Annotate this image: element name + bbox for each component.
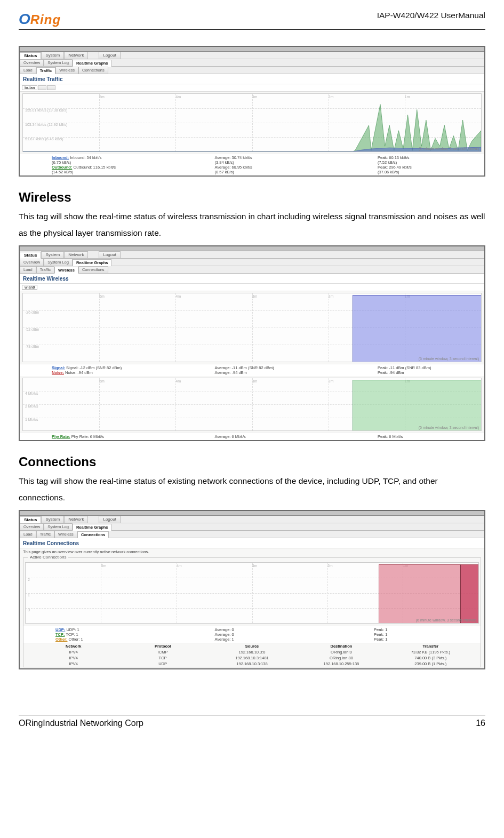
subsub-load-3[interactable]: Load	[20, 531, 36, 538]
tabs-subsub-3: Load Traffic Wireless Connections	[20, 531, 484, 538]
tabs-main: Status System Network Logout	[20, 52, 484, 59]
iface-other1[interactable]	[38, 85, 46, 90]
screenshot-traffic: Status System Network Logout Overview Sy…	[19, 46, 485, 177]
traffic-stats-center: Average: 30.74 kbit/s (3.84 kB/s) Averag…	[215, 155, 290, 174]
page-footer: ORingIndustrial Networking Corp 16	[19, 715, 485, 728]
outbound-label: Outbound:	[52, 165, 72, 170]
subsub-wireless-3[interactable]: Wireless	[54, 531, 77, 538]
subtab-realtime-2[interactable]: Realtime Graphs	[73, 259, 112, 266]
tab-status-3[interactable]: Status	[20, 516, 41, 523]
logo: O Ring	[19, 11, 61, 28]
subsub-connections-3[interactable]: Connections	[77, 531, 109, 538]
conn-table-head: Network Protocol Source Destination Tran…	[23, 643, 481, 649]
tab-logout[interactable]: Logout	[99, 52, 120, 59]
noise-label: Noise:	[52, 370, 64, 375]
tabs-main-3: Status System Network Logout	[20, 516, 484, 523]
browser-chrome	[20, 511, 484, 516]
conn-counts: UDP: UDP: 1 TCP: TCP: 1 Other: Other: 1 …	[23, 626, 481, 643]
screenshot-connections: Status System Network Logout Overview Sy…	[19, 510, 485, 669]
section-wireless-text: This tag will show the real-time status …	[19, 208, 485, 241]
logo-text: Ring	[30, 12, 61, 27]
subsub-load[interactable]: Load	[20, 67, 36, 74]
tab-system-3[interactable]: System	[41, 516, 64, 523]
inbound-label: Inbound:	[52, 155, 69, 160]
panel-header-traffic: Realtime Traffic	[20, 74, 484, 84]
subtab-overview-3[interactable]: Overview	[20, 523, 44, 530]
logo-o: O	[19, 11, 30, 28]
chart-wireless-signal: 5m 4m 3m 2m 1m -26 dBm -52 dBm -78 dBm (…	[22, 293, 482, 362]
subtab-overview-2[interactable]: Overview	[20, 259, 44, 266]
chart-traffic: 5m 4m 3m 2m 1m 155.01 kbit/s (19.38 kB/s…	[22, 93, 482, 152]
tab-system-2[interactable]: System	[41, 251, 64, 258]
chart-note: (6 minute window, 3 second interval)	[419, 147, 479, 150]
chart-note-conn: (6 minute window, 3 second interval)	[416, 618, 476, 622]
footer-page: 16	[476, 719, 485, 728]
tab-network[interactable]: Network	[64, 52, 88, 59]
subtab-realtime-3[interactable]: Realtime Graphs	[73, 524, 112, 531]
conn-row-2: IPV4 UDP 192.168.10.3:138 192.168.10.255…	[23, 661, 481, 667]
section-connections-title: Connections	[19, 454, 485, 469]
tabs-subsub: Load Traffic Wireless Connections	[20, 67, 484, 74]
tabs-sub-3: Overview System Log Realtime Graphs	[20, 523, 484, 531]
traffic-stats-right: Peak: 60.13 kbit/s (7.52 kB/s) Peak: 296…	[378, 155, 452, 174]
tab-network-2[interactable]: Network	[64, 251, 88, 258]
browser-chrome	[20, 246, 484, 251]
subtab-systemlog-3[interactable]: System Log	[44, 523, 73, 530]
subsub-connections[interactable]: Connections	[78, 67, 108, 74]
tabs-sub: Overview System Log Realtime Graphs	[20, 59, 484, 67]
chart-wireless-phy: 5m 4m 3m 2m 1m 4 Mbit/s 2 Mbit/s 1 Mbit/…	[22, 378, 482, 431]
chart-connections: 5m 4m 3m 2m 1m 2 1 0 (6 minute window, 3…	[25, 562, 479, 624]
tab-status-2[interactable]: Status	[20, 252, 41, 259]
subtab-systemlog[interactable]: System Log	[44, 59, 73, 66]
chart-note-phy: (6 minute window, 3 second interval)	[419, 426, 479, 429]
traffic-stats: Inbound: Inbound: 54 kbit/s (6.75 kB/s) …	[20, 154, 484, 175]
subsub-load-2[interactable]: Load	[20, 266, 36, 273]
conn-page-note: This page gives an overview over current…	[20, 548, 484, 555]
subsub-traffic-3[interactable]: Traffic	[36, 531, 54, 538]
subsub-wireless[interactable]: Wireless	[55, 67, 78, 74]
tabs-subsub-2: Load Traffic Wireless Connections	[20, 266, 484, 274]
subsub-traffic-2[interactable]: Traffic	[36, 266, 54, 273]
conn-spike	[460, 564, 478, 623]
chart-note-sig: (6 minute window, 3 second interval)	[419, 357, 479, 361]
conn-row-0: IPV4 ICMP 192.168.10.3:0 ORing.lan:0 73.…	[23, 649, 481, 655]
doc-title: IAP-W420/W422 UserManual	[377, 11, 485, 20]
wireless-phy-stats: Phy Rate: Phy Rate: 6 Mbit/s Average: 6 …	[20, 433, 484, 440]
phy-block	[353, 380, 481, 430]
iface-brlan[interactable]: br-lan	[22, 85, 37, 90]
iface-wlan0[interactable]: wlan0	[22, 285, 37, 290]
subtab-systemlog-2[interactable]: System Log	[44, 259, 73, 266]
tabs-sub-2: Overview System Log Realtime Graphs	[20, 259, 484, 266]
subsub-wireless-2[interactable]: Wireless	[54, 267, 78, 274]
tabs-main-2: Status System Network Logout	[20, 251, 484, 259]
panel-header-wireless: Realtime Wireless	[20, 274, 484, 284]
tab-logout-3[interactable]: Logout	[99, 516, 120, 523]
subtab-overview[interactable]: Overview	[20, 59, 44, 66]
traffic-stats-left: Inbound: Inbound: 54 kbit/s (6.75 kB/s) …	[52, 155, 126, 174]
screenshot-wireless: Status System Network Logout Overview Sy…	[19, 245, 485, 441]
tab-system[interactable]: System	[41, 52, 64, 59]
browser-chrome	[20, 47, 484, 52]
subsub-traffic[interactable]: Traffic	[36, 67, 56, 74]
panel-header-conn: Realtime Connections	[20, 538, 484, 548]
wireless-signal-stats: Signal: Signal: -12 dBm (SNR 82 dBm) Noi…	[20, 364, 484, 376]
signal-label: Signal:	[52, 365, 65, 370]
conn-fieldset-legend: Active Connections	[28, 555, 68, 560]
tab-logout-2[interactable]: Logout	[99, 251, 120, 258]
iface-tabs-2: wlan0	[20, 284, 484, 291]
tab-network-3[interactable]: Network	[64, 516, 88, 523]
signal-block	[353, 295, 481, 362]
section-wireless-title: Wireless	[19, 190, 485, 205]
section-connections-text: This tag will show the real-time status …	[19, 473, 485, 506]
conn-fieldset: Active Connections 5m 4m 3m 2m 1m 2 1 0 …	[23, 557, 481, 667]
subsub-connections-2[interactable]: Connections	[78, 266, 108, 273]
tab-status[interactable]: Status	[20, 52, 41, 59]
iface-other2[interactable]	[47, 85, 55, 90]
iface-tabs: br-lan	[20, 84, 484, 92]
page-header: O Ring IAP-W420/W422 UserManual	[19, 11, 485, 30]
subtab-realtime[interactable]: Realtime Graphs	[73, 60, 112, 67]
footer-company: ORingIndustrial Networking Corp	[19, 719, 143, 728]
conn-row-1: IPV4 TCP 192.168.10.3:1481 ORing.lan:80 …	[23, 655, 481, 661]
phy-label: Phy Rate:	[52, 434, 70, 439]
